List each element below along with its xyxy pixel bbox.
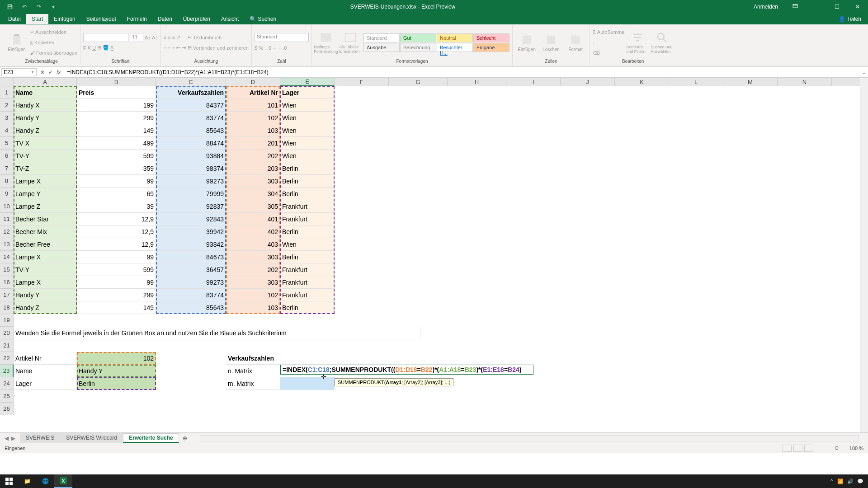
cell-B10[interactable]: 39 xyxy=(77,200,156,213)
horizontal-scrollbar[interactable] xyxy=(200,435,859,441)
row-header-22[interactable]: 22 xyxy=(0,352,14,365)
page-break-view-icon[interactable] xyxy=(804,445,813,452)
maximize-icon[interactable]: ☐ xyxy=(826,0,847,14)
row-header-9[interactable]: 9 xyxy=(0,188,14,200)
select-all-corner[interactable] xyxy=(0,78,14,86)
cell-B18[interactable]: 149 xyxy=(77,301,156,314)
cell-B1[interactable]: Preis xyxy=(77,86,156,99)
cell-D16[interactable]: 303 xyxy=(226,276,280,289)
col-header-D[interactable]: D xyxy=(226,78,280,86)
cell-B14[interactable]: 99 xyxy=(77,251,156,263)
cancel-formula-icon[interactable]: ✕ xyxy=(40,69,45,75)
sheet-tab-0[interactable]: SVERWEIS xyxy=(20,433,60,443)
cell-E7[interactable]: Berlin xyxy=(280,162,335,175)
cell-A1[interactable]: Name xyxy=(14,86,77,99)
cell-E5[interactable]: Wien xyxy=(280,137,335,150)
cell-A6[interactable]: TV-Y xyxy=(14,150,77,162)
cell-A24[interactable]: Lager xyxy=(14,377,77,390)
cell-C10[interactable]: 92837 xyxy=(156,200,226,213)
cell-E8[interactable]: Berlin xyxy=(280,175,335,188)
cell-B15[interactable]: 599 xyxy=(77,263,156,276)
row-header-21[interactable]: 21 xyxy=(0,339,14,352)
cell-A3[interactable]: Handy Y xyxy=(14,112,77,124)
cell-B7[interactable]: 359 xyxy=(77,162,156,175)
signin-link[interactable]: Anmelden xyxy=(747,4,785,10)
cell-D10[interactable]: 305 xyxy=(226,200,280,213)
cell-A12[interactable]: Becher Mix xyxy=(14,225,77,238)
spreadsheet-grid[interactable]: ABCDEFGHIJKLMN 1234567891011121314151617… xyxy=(0,78,868,433)
cell-A11[interactable]: Becher Star xyxy=(14,213,77,225)
sheet-nav-next-icon[interactable]: ▶ xyxy=(11,435,15,441)
col-header-J[interactable]: J xyxy=(561,78,615,86)
normal-view-icon[interactable] xyxy=(783,445,792,452)
row-header-8[interactable]: 8 xyxy=(0,175,14,188)
col-header-H[interactable]: H xyxy=(448,78,506,86)
cell-C16[interactable]: 99273 xyxy=(156,276,226,289)
cell-D24[interactable]: m. Matrix xyxy=(226,377,280,390)
col-header-N[interactable]: N xyxy=(778,78,832,86)
sheet-nav-prev-icon[interactable]: ◀ xyxy=(5,435,9,441)
tab-insert[interactable]: Einfügen xyxy=(48,14,80,24)
col-header-K[interactable]: K xyxy=(615,78,669,86)
cell-E12[interactable]: Berlin xyxy=(280,225,335,238)
sheet-tab-1[interactable]: SVERWEIS Wildcard xyxy=(60,433,123,443)
col-header-L[interactable]: L xyxy=(669,78,723,86)
cell-E9[interactable]: Berlin xyxy=(280,188,335,200)
cell-C8[interactable]: 99273 xyxy=(156,175,226,188)
cell-E6[interactable]: Wien xyxy=(280,150,335,162)
file-explorer-icon[interactable]: 📁 xyxy=(18,474,36,488)
network-icon[interactable]: 📶 xyxy=(837,479,844,484)
close-icon[interactable]: ✕ xyxy=(847,0,868,14)
notifications-icon[interactable]: 💬 xyxy=(857,479,863,484)
edge-icon[interactable]: 🌐 xyxy=(36,474,54,488)
row-header-14[interactable]: 14 xyxy=(0,251,14,263)
row-header-16[interactable]: 16 xyxy=(0,276,14,289)
cell-C6[interactable]: 93884 xyxy=(156,150,226,162)
cell-E17[interactable]: Frankfurt xyxy=(280,289,335,301)
ribbon-options-icon[interactable] xyxy=(785,0,806,14)
cell-D23[interactable]: o. Matrix xyxy=(226,365,280,377)
cell-A7[interactable]: TV-Z xyxy=(14,162,77,175)
cell-E13[interactable]: Wien xyxy=(280,238,335,251)
col-header-A[interactable]: A xyxy=(14,78,77,86)
cell-B2[interactable]: 199 xyxy=(77,99,156,112)
row-header-4[interactable]: 4 xyxy=(0,124,14,137)
cell-D15[interactable]: 202 xyxy=(226,263,280,276)
cell-A22[interactable]: Artikel Nr xyxy=(14,352,77,365)
cell-C15[interactable]: 36457 xyxy=(156,263,226,276)
cell-E11[interactable]: Frankfurt xyxy=(280,213,335,225)
cell-B4[interactable]: 149 xyxy=(77,124,156,137)
row-header-7[interactable]: 7 xyxy=(0,162,14,175)
cell-B23[interactable]: Handy Y xyxy=(77,365,156,377)
start-button[interactable] xyxy=(0,474,18,488)
cell-D5[interactable]: 201 xyxy=(226,137,280,150)
column-headers[interactable]: ABCDEFGHIJKLMN xyxy=(14,78,860,86)
row-headers[interactable]: 1234567891011121314151617181920212223242… xyxy=(0,86,14,415)
cell-E2[interactable]: Wien xyxy=(280,99,335,112)
cell-D7[interactable]: 203 xyxy=(226,162,280,175)
cell-D4[interactable]: 103 xyxy=(226,124,280,137)
cell-A18[interactable]: Handy Z xyxy=(14,301,77,314)
tray-chevron-icon[interactable]: ⌃ xyxy=(830,479,834,484)
cell-B22[interactable]: 102 xyxy=(77,352,156,365)
cell-D11[interactable]: 401 xyxy=(226,213,280,225)
cell-E4[interactable]: Wien xyxy=(280,124,335,137)
tab-layout[interactable]: Seitenlayout xyxy=(81,14,122,24)
col-header-F[interactable]: F xyxy=(335,78,389,86)
sheet-tab-2[interactable]: Erweiterte Suche xyxy=(123,433,179,443)
cell-E14[interactable]: Berlin xyxy=(280,251,335,263)
col-header-G[interactable]: G xyxy=(389,78,448,86)
cell-D9[interactable]: 304 xyxy=(226,188,280,200)
cell-A13[interactable]: Becher Free xyxy=(14,238,77,251)
cell-A14[interactable]: Lampe X xyxy=(14,251,77,263)
cell-A2[interactable]: Handy X xyxy=(14,99,77,112)
minimize-icon[interactable]: ─ xyxy=(806,0,826,14)
row-header-17[interactable]: 17 xyxy=(0,289,14,301)
cell-C18[interactable]: 85643 xyxy=(156,301,226,314)
row-header-6[interactable]: 6 xyxy=(0,150,14,162)
cell-B6[interactable]: 599 xyxy=(77,150,156,162)
row-header-5[interactable]: 5 xyxy=(0,137,14,150)
cell-C4[interactable]: 85643 xyxy=(156,124,226,137)
row-header-10[interactable]: 10 xyxy=(0,200,14,213)
zoom-level[interactable]: 100 % xyxy=(849,446,863,451)
